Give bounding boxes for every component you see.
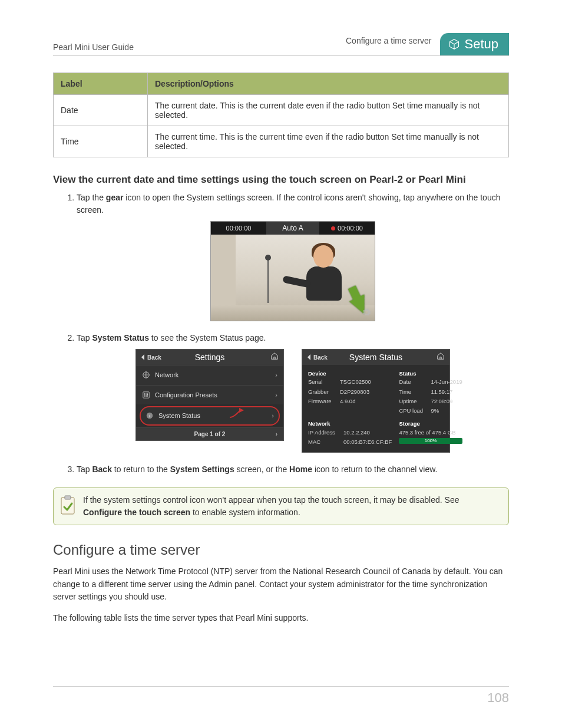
touchscreen-video-area: [211, 235, 375, 321]
scene-microphone: [267, 258, 269, 303]
step-text: to see the System Status page.: [149, 333, 266, 342]
settings-panel: Back Settings Network › Conf: [135, 349, 284, 441]
record-dot-icon: [331, 226, 335, 230]
touchscreen-channel-label: Auto A: [266, 222, 319, 235]
cube-icon: [448, 38, 460, 50]
section-heading-configure-time-server: Configure a time server: [53, 542, 509, 558]
kv-key: MAC: [308, 438, 340, 446]
kv-key: Serial: [308, 378, 336, 386]
chevron-right-icon: ›: [276, 430, 277, 439]
page-header: Pearl Mini User Guide Configure a time s…: [53, 29, 509, 56]
touchscreen-time-right: 00:00:00: [319, 223, 375, 233]
back-button[interactable]: Back: [141, 353, 161, 362]
touchscreen-status-bar: 00:00:00 Auto A 00:00:00: [211, 222, 375, 235]
table-cell-label: Date: [54, 95, 148, 126]
svg-point-2: [144, 393, 146, 394]
page-number: 108: [487, 690, 509, 705]
table-cell-desc: The current time. This is the current ti…: [148, 126, 509, 157]
svg-point-3: [146, 396, 147, 397]
section-title: Storage: [399, 420, 462, 428]
menu-item-label: Configuration Presets: [155, 390, 217, 400]
step-text: Tap: [77, 333, 92, 342]
step-text: icon to return to the channel view.: [312, 465, 437, 474]
settings-item-system-status[interactable]: i System Status ›: [140, 406, 280, 426]
system-status-panel: Back System Status Device SerialTSGC0250…: [302, 349, 450, 453]
info-icon: i: [146, 411, 154, 420]
pager-label: Page 1 of 2: [194, 430, 226, 439]
step-text: Tap the: [77, 193, 106, 202]
table-cell-desc: The current date. This is the current da…: [148, 95, 509, 126]
sliders-icon: [142, 391, 150, 399]
step-bold: System Status: [92, 333, 148, 342]
settings-item-network[interactable]: Network ›: [136, 365, 283, 385]
table-header-label: Label: [54, 73, 148, 95]
page-footer: 108: [53, 686, 509, 706]
home-icon: [437, 352, 445, 360]
body-paragraph: The following table lists the time serve…: [53, 612, 509, 625]
step-bold: System Settings: [170, 465, 234, 474]
home-button[interactable]: [270, 352, 279, 363]
kv-value: 10.2.2.240: [343, 429, 392, 437]
kv-key: IP Address: [308, 429, 340, 437]
status-section-device: Device SerialTSGC02500 GrabberD2P290803 …: [308, 368, 392, 415]
section-tab-label: Setup: [465, 37, 499, 52]
step-text: icon to open the System settings screen.…: [77, 193, 500, 215]
chevron-left-icon: [141, 354, 146, 360]
globe-icon: [142, 371, 150, 379]
back-label: Back: [313, 353, 328, 362]
kv-key: Uptime: [399, 397, 427, 406]
step-2: Tap System Status to see the System Stat…: [77, 332, 509, 453]
step-bold: Back: [92, 465, 111, 474]
touchscreen-time-right-text: 00:00:00: [338, 223, 363, 233]
home-icon: [270, 352, 279, 360]
kv-key: Time: [399, 388, 427, 396]
chevron-right-icon: ›: [275, 390, 277, 400]
kv-key: Date: [399, 378, 427, 386]
chevron-right-icon: ›: [272, 411, 274, 421]
step-bold: Home: [289, 465, 312, 474]
kv-key: Grabber: [308, 388, 336, 396]
storage-progress-bar: 100%: [399, 438, 462, 444]
note-line: If the system settings control icon won'…: [83, 495, 459, 505]
kv-value: 11:59:17: [431, 388, 462, 396]
settings-item-config-presets[interactable]: Configuration Presets ›: [136, 385, 283, 405]
header-right: Configure a time server Setup: [346, 29, 509, 52]
clipboard-check-icon: [59, 495, 76, 515]
section-title: Device: [308, 370, 392, 378]
panels-row: Back Settings Network › Conf: [77, 349, 509, 453]
step-text: Tap: [77, 465, 92, 474]
step-3: Tap Back to return to the System Setting…: [77, 463, 509, 476]
home-button[interactable]: [437, 352, 445, 363]
kv-value: 9%: [431, 407, 462, 415]
back-button[interactable]: Back: [307, 353, 328, 362]
kv-list: SerialTSGC02500 GrabberD2P290803 Firmwar…: [308, 378, 392, 406]
kv-list: Date14-Jun-2019 Time11:59:17 Uptime72:08…: [399, 378, 462, 415]
description-table: Label Description/Options Date The curre…: [53, 73, 509, 157]
guide-title: Pearl Mini User Guide: [53, 42, 134, 52]
page-topic: Configure a time server: [346, 36, 432, 45]
note-box: If the system settings control icon won'…: [53, 487, 509, 525]
step-bold: gear: [106, 193, 124, 202]
kv-key: Firmware: [308, 397, 336, 406]
step-text: to return to the: [112, 465, 170, 474]
note-text: If the system settings control icon won'…: [83, 494, 500, 519]
note-bold: Configure the touch screen: [83, 508, 190, 517]
kv-value: D2P290803: [340, 388, 392, 396]
status-section-network: Network IP Address10.2.2.240 MAC00:05:B7…: [308, 419, 392, 446]
svg-rect-7: [61, 498, 74, 514]
status-section-storage: Storage 475.3 free of 475.4 GB 100%: [399, 419, 462, 446]
scene-desk: [211, 305, 375, 321]
back-label: Back: [147, 353, 161, 362]
table-cell-label: Time: [54, 126, 148, 157]
touchscreen-preview: 00:00:00 Auto A 00:00:00: [210, 221, 375, 321]
section-title: Network: [308, 420, 392, 428]
section-title: Status: [399, 370, 462, 378]
table-row: Date The current date. This is the curre…: [54, 95, 509, 126]
kv-key: CPU load: [399, 407, 427, 415]
settings-pager[interactable]: Page 1 of 2 ›: [136, 427, 283, 440]
body-paragraph: Pearl Mini uses the Network Time Protoco…: [53, 565, 509, 604]
section-heading-view-date-time: View the current date and time settings …: [53, 174, 509, 186]
kv-value: 00:05:B7:E6:CF:BF: [343, 438, 392, 446]
svg-point-4: [147, 394, 148, 395]
note-line: to enable system information.: [190, 508, 300, 517]
